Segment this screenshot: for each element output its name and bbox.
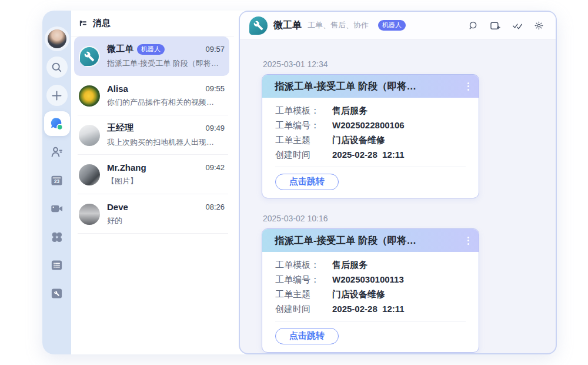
chat-preview: 你们的产品操作有相关的视频… [107, 97, 225, 108]
chat-time: 09:49 [205, 124, 225, 132]
field-value: 2025-02-28 12:11 [332, 150, 405, 160]
wrench-tool-icon [50, 287, 64, 300]
field-value: 售后服务 [332, 105, 368, 116]
chat-list-item[interactable]: 王经理 09:49 我上次购买的扫地机器人出现… [74, 115, 229, 155]
add-window-icon[interactable] [490, 21, 501, 31]
user-avatar [48, 29, 66, 48]
apps-grid-icon [50, 230, 64, 244]
chat-header: 微工单 工单、售后、协作 机器人 [240, 12, 556, 39]
card-field-row: 创建时间 2025-02-28 12:11 [275, 150, 466, 160]
field-label: 创建时间 [275, 150, 332, 160]
chat-avatar [79, 46, 100, 67]
chat-panel: 微工单 工单、售后、协作 机器人 [239, 11, 557, 354]
rail-item-contacts[interactable] [42, 138, 71, 166]
app-window: 23 [42, 11, 557, 354]
message: 2025-03-01 12:34 指派工单-接受工单 阶段（即将… 工单模板： … [262, 59, 556, 198]
card-divider [275, 167, 466, 167]
chat-item-main: Alisa 09:55 你们的产品操作有相关的视频… [107, 84, 225, 108]
jump-button[interactable]: 点击跳转 [275, 328, 339, 344]
chat-item-toprow: Alisa 09:55 [107, 84, 225, 94]
chat-name: 微工单 [107, 44, 133, 55]
kebab-menu-icon[interactable] [466, 234, 471, 247]
search-icon[interactable] [469, 21, 479, 31]
chat-list-item[interactable]: Deve 08:26 好的 [74, 194, 229, 234]
settings-gear-icon[interactable] [534, 21, 544, 31]
field-label: 工单模板： [275, 260, 332, 270]
chat-name: Mr.Zhang [107, 162, 146, 172]
chat-list-item[interactable]: Alisa 09:55 你们的产品操作有相关的视频… [74, 76, 229, 115]
chat-preview: 指派工单-接受工单 阶段（即将… [107, 58, 225, 69]
workorder-card-title: 指派工单-接受工单 阶段（即将… [275, 80, 466, 93]
wrench-logo-icon [253, 21, 263, 31]
workorder-card-body: 工单模板： 售后服务 工单编号： W2025022800106 工单主题 门店设… [262, 98, 479, 198]
workorder-card-header: 指派工单-接受工单 阶段（即将… [262, 229, 479, 252]
field-label: 工单模板： [275, 105, 332, 116]
chat-time: 08:26 [205, 203, 225, 211]
wrench-bot-logo [80, 47, 99, 66]
message-timestamp: 2025-03-02 10:16 [263, 214, 556, 223]
chat-item-main: Mr.Zhang 09:42 【图片】 [107, 162, 225, 187]
chat-subtitle: 工单、售后、协作 [308, 20, 369, 31]
card-field-row: 工单编号： W2025022800106 [275, 120, 466, 131]
message-list-title: 消息 [93, 18, 111, 29]
chat-preview: 【图片】 [107, 176, 225, 187]
rail-item-workbench[interactable] [42, 223, 71, 251]
workorder-card-title: 指派工单-接受工单 阶段（即将… [275, 234, 466, 247]
chat-time: 09:57 [205, 45, 225, 54]
workorder-card-body: 工单模板： 售后服务 工单编号： W2025030100113 工单主题 门店设… [262, 252, 479, 352]
field-label: 工单主题 [275, 289, 332, 300]
rail-item-calendar[interactable]: 23 [42, 166, 71, 194]
message-list-header: 消息 [71, 11, 234, 36]
chat-avatar [79, 204, 100, 225]
rail-item-messages-active[interactable] [42, 110, 71, 138]
field-label: 工单编号： [275, 274, 332, 285]
card-field-row: 工单模板： 售后服务 [275, 260, 466, 270]
field-value: 售后服务 [332, 260, 368, 270]
jump-button[interactable]: 点击跳转 [275, 174, 339, 190]
search-icon [51, 62, 62, 73]
chat-header-actions [469, 21, 544, 31]
card-fields: 工单模板： 售后服务 工单编号： W2025030100113 工单主题 门店设… [275, 260, 466, 314]
rail-item-add[interactable] [42, 81, 71, 110]
card-field-row: 工单主题 门店设备维修 [275, 289, 466, 300]
avatar-halo [45, 26, 69, 51]
card-divider [275, 321, 466, 321]
chat-avatar [79, 125, 100, 146]
video-camera-icon [50, 202, 64, 215]
chat-item-main: 微工单 机器人 09:57 指派工单-接受工单 阶段（即将… [107, 44, 225, 69]
message-timestamp: 2025-03-01 12:34 [263, 59, 556, 69]
chat-bubble-icon [49, 116, 65, 132]
message-filter-icon[interactable] [79, 19, 88, 28]
contacts-icon [50, 145, 64, 159]
task-list-icon [50, 258, 64, 272]
rail-item-workorder[interactable] [42, 279, 71, 307]
active-nav-highlight [44, 111, 70, 136]
field-value: 门店设备维修 [332, 289, 385, 300]
card-field-row: 工单主题 门店设备维修 [275, 135, 466, 145]
chat-time: 09:55 [205, 84, 225, 93]
field-value: 2025-02-28 12:11 [332, 304, 405, 314]
add-button[interactable] [46, 85, 68, 106]
chat-preview: 好的 [107, 215, 225, 226]
field-label: 工单编号： [275, 120, 332, 131]
search-button[interactable] [46, 57, 68, 78]
rail-item-tasks[interactable] [42, 251, 71, 279]
double-check-icon[interactable] [512, 21, 523, 31]
wrench-logo-icon [84, 51, 95, 62]
rail-item-profile[interactable] [42, 25, 71, 53]
kebab-menu-icon[interactable] [466, 80, 471, 93]
field-label: 创建时间 [275, 304, 332, 314]
panel-gap [234, 11, 239, 354]
chat-name: 王经理 [107, 122, 133, 134]
card-field-row: 创建时间 2025-02-28 12:11 [275, 304, 466, 314]
rail-item-search[interactable] [42, 53, 71, 81]
card-fields: 工单模板： 售后服务 工单编号： W2025022800106 工单主题 门店设… [275, 105, 466, 160]
rail-item-meetings[interactable] [42, 194, 71, 223]
chat-avatar [79, 85, 100, 107]
chat-item-main: 王经理 09:49 我上次购买的扫地机器人出现… [107, 122, 225, 148]
workorder-card: 指派工单-接受工单 阶段（即将… 工单模板： 售后服务 工单编号： W20250… [262, 228, 479, 353]
chat-list-item[interactable]: 微工单 机器人 09:57 指派工单-接受工单 阶段（即将… [74, 36, 229, 76]
chat-list-item[interactable]: Mr.Zhang 09:42 【图片】 [74, 155, 229, 194]
chat-name: Alisa [107, 84, 128, 94]
chat-list: 微工单 机器人 09:57 指派工单-接受工单 阶段（即将… Alisa 09:… [71, 36, 234, 234]
